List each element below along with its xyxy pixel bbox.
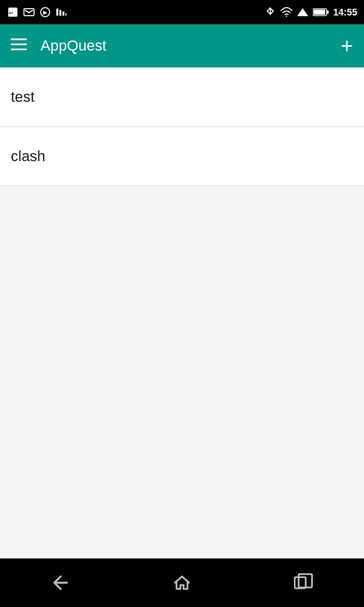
- notif-icon-3: ▶: [39, 6, 51, 18]
- bluetooth-icon: [264, 6, 276, 18]
- svg-rect-5: [57, 9, 59, 16]
- svg-point-9: [286, 16, 287, 17]
- svg-rect-8: [65, 13, 67, 16]
- status-bar-right: 14:55: [264, 6, 357, 18]
- back-icon: [51, 573, 70, 592]
- bars-icon: [55, 6, 67, 18]
- home-icon: [173, 573, 191, 592]
- svg-rect-7: [63, 11, 65, 16]
- notif-icon-1: ↩: [7, 6, 19, 18]
- svg-rect-6: [59, 10, 61, 16]
- svg-rect-14: [11, 44, 27, 46]
- svg-text:▶: ▶: [43, 9, 48, 16]
- app-bar-title: AppQuest: [40, 37, 340, 55]
- list-container: test clash: [0, 67, 364, 558]
- list-item-text-clash: clash: [11, 148, 45, 165]
- list-item-text-test: test: [11, 88, 34, 106]
- wifi-icon: [280, 6, 293, 18]
- list-item-clash[interactable]: clash: [0, 127, 364, 186]
- back-button[interactable]: [38, 567, 84, 599]
- svg-rect-13: [11, 38, 27, 40]
- svg-rect-11: [327, 10, 329, 13]
- app-bar: AppQuest +: [0, 24, 364, 67]
- home-button[interactable]: [159, 567, 205, 599]
- signal-icon: [297, 6, 309, 18]
- status-bar-left: ↩ ▶: [7, 6, 67, 18]
- svg-rect-15: [11, 49, 27, 51]
- add-item-button[interactable]: +: [340, 35, 353, 57]
- svg-rect-12: [313, 9, 325, 15]
- svg-text:↩: ↩: [9, 10, 13, 16]
- recent-apps-button[interactable]: [280, 567, 326, 599]
- time-display: 14:55: [333, 7, 357, 18]
- list-item-test[interactable]: test: [0, 67, 364, 127]
- hamburger-menu-button[interactable]: [11, 38, 27, 53]
- battery-icon: [313, 6, 329, 18]
- status-bar: ↩ ▶ 14:55: [0, 0, 364, 24]
- recent-apps-icon: [294, 573, 313, 592]
- nav-bar: [0, 558, 364, 607]
- notif-icon-2: [23, 6, 35, 18]
